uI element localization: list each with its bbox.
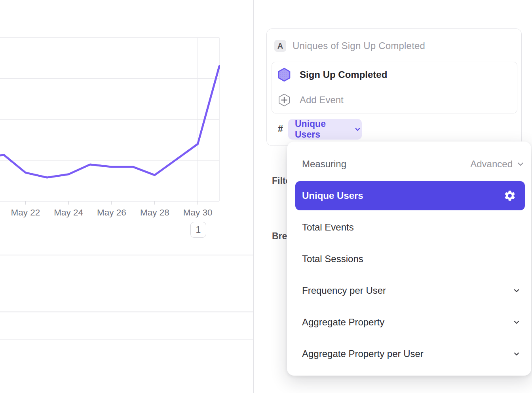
svg-text:May 30: May 30 <box>183 208 213 217</box>
measuring-option-label: Unique Users <box>302 190 363 201</box>
chevron-down-icon <box>512 286 521 295</box>
measuring-option-aggregate-property-per-user[interactable]: Aggregate Property per User <box>287 338 531 370</box>
add-event-hexagon-plus-icon <box>277 93 291 107</box>
advanced-mode-label: Advanced <box>470 159 513 170</box>
line-chart: May 22May 24May 26May 28May 30 <box>0 0 253 245</box>
svg-text:May 24: May 24 <box>54 208 83 217</box>
insights-screen: May 22May 24May 26May 28May 30 1 May 4Ma… <box>0 0 532 393</box>
gear-icon[interactable] <box>504 189 516 202</box>
add-event-button[interactable]: Add Event <box>272 87 517 113</box>
add-event-label: Add Event <box>300 94 344 106</box>
count-hash-symbol: # <box>278 124 283 134</box>
advanced-mode-selector[interactable]: Advanced <box>470 153 525 175</box>
measuring-option-frequency-per-user[interactable]: Frequency per User <box>287 275 531 306</box>
series-title: Uniques of Sign Up Completed <box>293 40 425 52</box>
event-row[interactable]: Sign Up Completed <box>272 62 517 87</box>
measuring-label: Measuring <box>302 153 346 175</box>
measuring-option-label: Frequency per User <box>302 285 386 296</box>
chart-annotation-badge[interactable]: 1 <box>190 222 206 238</box>
measuring-option-label: Aggregate Property <box>302 317 384 328</box>
metric-selector-button[interactable]: Unique Users <box>288 119 362 140</box>
measuring-option-label: Total Events <box>302 222 354 233</box>
pane-divider <box>253 0 254 393</box>
table-header-divider <box>0 312 253 312</box>
measuring-option-label: Aggregate Property per User <box>302 348 424 359</box>
event-hexagon-icon <box>277 68 291 82</box>
measuring-option-unique-users[interactable]: Unique Users <box>295 181 525 210</box>
series-letter-badge: A <box>274 40 286 52</box>
measuring-options-list: Unique UsersTotal EventsTotal SessionsFr… <box>287 181 531 370</box>
svg-text:May 26: May 26 <box>97 208 126 217</box>
table-top-divider <box>0 255 253 255</box>
event-name: Sign Up Completed <box>300 69 387 80</box>
chevron-down-icon <box>512 317 521 327</box>
svg-text:May 22: May 22 <box>11 208 40 217</box>
table-row-divider <box>0 339 253 340</box>
measuring-option-total-sessions[interactable]: Total Sessions <box>287 243 531 275</box>
measuring-option-total-events[interactable]: Total Events <box>287 212 531 243</box>
chevron-down-icon <box>512 349 521 359</box>
chevron-down-icon <box>353 125 362 134</box>
event-card: Sign Up Completed Add Event <box>272 62 517 113</box>
measuring-option-label: Total Sessions <box>302 253 363 265</box>
metric-selector-label: Unique Users <box>295 119 350 140</box>
measuring-dropdown: Measuring Advanced Unique UsersTotal Eve… <box>287 142 531 376</box>
measuring-dropdown-header: Measuring Advanced <box>287 153 531 175</box>
measuring-option-aggregate-property[interactable]: Aggregate Property <box>287 306 531 338</box>
query-builder-card: A Uniques of Sign Up Completed Sign <box>266 28 522 146</box>
svg-text:May 28: May 28 <box>140 208 169 217</box>
chevron-down-icon <box>516 159 525 169</box>
